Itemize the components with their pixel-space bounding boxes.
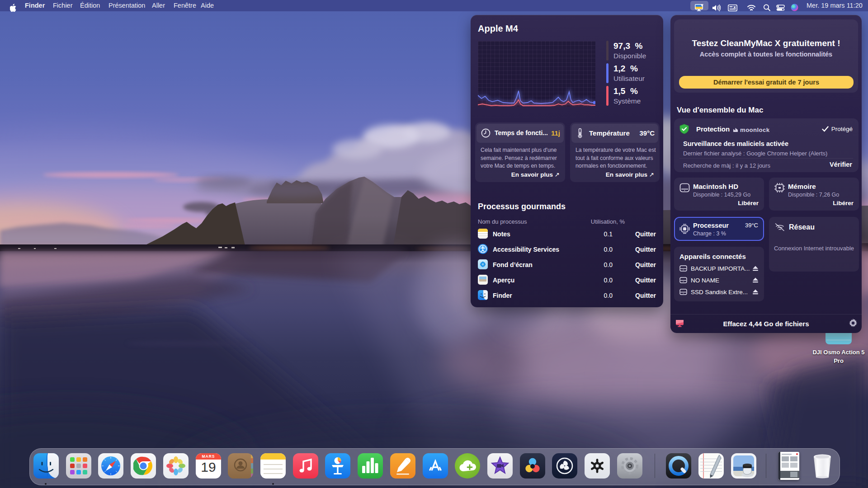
svg-text:moonlock: moonlock <box>740 127 770 133</box>
